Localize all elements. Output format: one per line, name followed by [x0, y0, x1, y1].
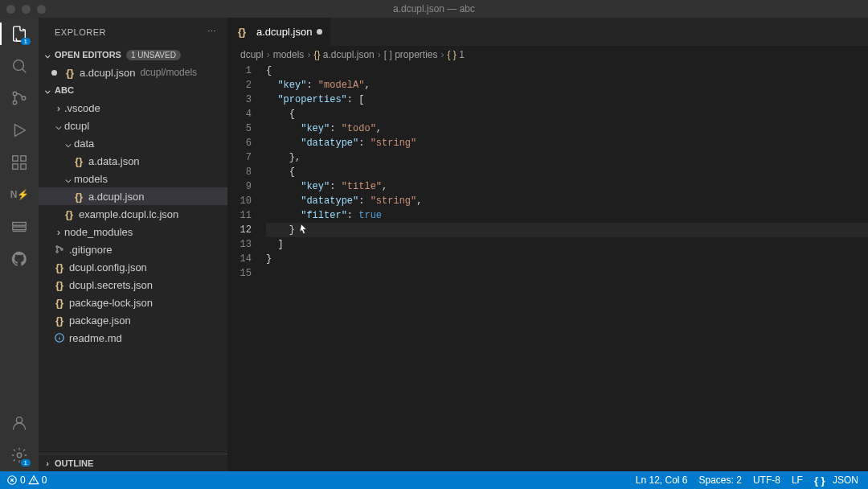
breadcrumb-separator: › [307, 49, 310, 60]
open-editors-header[interactable]: ⌵ OPEN EDITORS 1 UNSAVED [39, 46, 227, 64]
json-file-icon: {} [53, 261, 66, 273]
tree-item-label: package.json [69, 314, 131, 327]
tree-item-label: package-lock.json [69, 297, 153, 309]
project-header[interactable]: ⌵ ABC [39, 81, 227, 99]
svg-point-1 [13, 92, 17, 96]
file-tree: ›.vscode⌵dcupl⌵data{}a.data.json⌵models{… [39, 99, 227, 454]
explorer-label: EXPLORER [55, 27, 106, 37]
eol-status[interactable]: LF [792, 475, 803, 486]
tree-item-label: example.dcupl.lc.json [79, 208, 178, 220]
modified-indicator-icon [51, 70, 57, 76]
editor-area: {} a.dcupl.json dcupl›models›{} a.dcupl.… [227, 18, 868, 471]
chevron-down-icon: ⌵ [42, 50, 53, 60]
window-controls [6, 5, 46, 14]
json-file-icon: {} [53, 296, 66, 309]
tree-item[interactable]: {}dcupl.secrets.json [39, 276, 227, 294]
code-content[interactable]: { "key": "modelA", "properties": [ { "ke… [266, 64, 868, 471]
tree-item[interactable]: {}example.dcupl.lc.json [39, 205, 227, 223]
json-file-icon: {} [63, 66, 76, 79]
tab-name: a.dcupl.json [256, 26, 312, 38]
chevron-down-icon: ⌵ [42, 85, 53, 96]
breadcrumb-item[interactable]: dcupl [240, 49, 264, 60]
close-window-button[interactable] [6, 5, 15, 14]
json-file-icon: {} [53, 278, 66, 291]
svg-point-2 [13, 101, 17, 105]
sidebar-title: EXPLORER ⋯ [39, 18, 227, 46]
open-editors-label: OPEN EDITORS [55, 50, 121, 60]
tree-item-label: dcupl.secrets.json [69, 279, 153, 291]
accounts-icon[interactable] [10, 413, 29, 433]
problems-status[interactable]: 0 0 [6, 475, 47, 486]
run-debug-icon[interactable] [10, 121, 29, 140]
search-icon[interactable] [10, 56, 29, 76]
minimize-window-button[interactable] [22, 5, 31, 14]
json-file-icon: {} [72, 190, 85, 203]
breadcrumb-item[interactable]: [ ] properties [384, 49, 438, 60]
tree-item[interactable]: ⌵models [39, 170, 227, 187]
open-editor-item[interactable]: {} a.dcupl.json dcupl/models [39, 64, 227, 81]
svg-point-11 [17, 453, 22, 458]
json-file-icon: {} [63, 208, 76, 220]
indentation-status[interactable]: Spaces: 2 [699, 475, 742, 486]
tree-item-label: dcupl.config.json [69, 261, 147, 273]
breadcrumb-item[interactable]: {} a.dcupl.json [313, 49, 374, 60]
open-file-dir: dcupl/models [140, 67, 197, 78]
chevron-right-icon: › [53, 226, 64, 238]
breadcrumbs[interactable]: dcupl›models›{} a.dcupl.json›[ ] propert… [227, 46, 868, 64]
editor-tab[interactable]: {} a.dcupl.json [227, 18, 331, 46]
project-name: ABC [55, 85, 74, 95]
svg-point-0 [14, 60, 24, 71]
tree-item[interactable]: ⌵dcupl [39, 117, 227, 134]
tree-item[interactable]: {}dcupl.config.json [39, 258, 227, 276]
github-icon[interactable] [10, 249, 29, 269]
svg-rect-9 [13, 227, 27, 230]
info-file-icon [53, 331, 66, 344]
chevron-right-icon: › [53, 102, 64, 114]
maximize-window-button[interactable] [37, 5, 46, 14]
tree-item[interactable]: ›node_modules [39, 223, 227, 240]
window-title: a.dcupl.json — abc [393, 3, 475, 14]
tree-item-label: a.dcupl.json [88, 191, 144, 203]
nx-icon[interactable]: N⚡ [10, 185, 29, 204]
tree-item[interactable]: readme.md [39, 329, 227, 347]
tree-item-label: data [74, 138, 94, 150]
tree-item[interactable]: {}package-lock.json [39, 294, 227, 311]
encoding-status[interactable]: UTF-8 [753, 475, 780, 486]
open-file-name: a.dcupl.json [80, 67, 135, 79]
source-control-icon[interactable] [10, 88, 29, 108]
chevron-down-icon: ⌵ [53, 120, 64, 132]
tree-item-label: node_modules [64, 226, 133, 238]
unsaved-badge: 1 UNSAVED [126, 50, 181, 60]
error-count: 0 [20, 475, 26, 486]
breadcrumb-separator: › [441, 49, 444, 60]
tree-item[interactable]: {}a.data.json [39, 152, 227, 170]
language-mode[interactable]: { } JSON [814, 475, 858, 487]
svg-point-10 [16, 417, 22, 423]
breadcrumb-item[interactable]: { } 1 [448, 49, 465, 60]
json-file-icon: {} [53, 314, 66, 327]
outline-header[interactable]: › OUTLINE [39, 454, 227, 471]
extensions-icon[interactable] [10, 153, 29, 172]
svg-rect-8 [13, 223, 27, 226]
svg-rect-6 [21, 164, 26, 169]
more-actions-icon[interactable]: ⋯ [207, 27, 217, 37]
line-numbers: 123456789101112131415 [227, 64, 266, 471]
svg-rect-4 [13, 156, 18, 161]
folder-icon[interactable] [10, 217, 29, 236]
code-editor[interactable]: 123456789101112131415 { "key": "modelA",… [227, 64, 868, 471]
tree-item-label: .gitignore [69, 244, 112, 256]
warning-count: 0 [42, 475, 47, 486]
tree-item[interactable]: ⌵data [39, 134, 227, 152]
explorer-icon[interactable]: 1 [10, 24, 29, 43]
tree-item[interactable]: {}a.dcupl.json [39, 187, 227, 205]
breadcrumb-item[interactable]: models [273, 49, 305, 60]
git-file-icon [53, 243, 66, 256]
breadcrumb-separator: › [267, 49, 270, 60]
tree-item[interactable]: {}package.json [39, 311, 227, 329]
settings-gear-icon[interactable]: 1 [10, 446, 29, 465]
tree-item[interactable]: .gitignore [39, 240, 227, 258]
title-bar: a.dcupl.json — abc [0, 0, 868, 18]
json-file-icon: {} [72, 154, 85, 167]
tree-item[interactable]: ›.vscode [39, 99, 227, 117]
cursor-position[interactable]: Ln 12, Col 6 [636, 475, 688, 486]
